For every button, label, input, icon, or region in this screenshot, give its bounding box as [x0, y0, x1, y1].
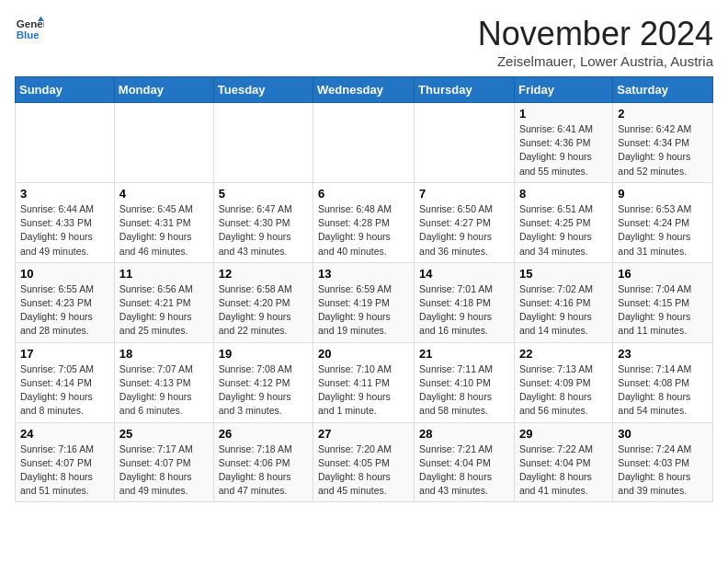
day-number: 4: [119, 187, 209, 201]
title-section: November 2024 Zeiselmauer, Lower Austria…: [478, 15, 713, 69]
calendar-cell: 20Sunrise: 7:10 AM Sunset: 4:11 PM Dayli…: [313, 342, 415, 422]
column-header-tuesday: Tuesday: [213, 77, 313, 103]
day-info: Sunrise: 7:17 AM Sunset: 4:07 PM Dayligh…: [119, 442, 209, 499]
day-number: 22: [519, 347, 608, 361]
day-info: Sunrise: 6:58 AM Sunset: 4:20 PM Dayligh…: [219, 282, 308, 339]
day-number: 25: [119, 427, 209, 441]
calendar-cell: 3Sunrise: 6:44 AM Sunset: 4:33 PM Daylig…: [16, 182, 115, 262]
day-info: Sunrise: 7:24 AM Sunset: 4:03 PM Dayligh…: [618, 442, 708, 499]
logo: General Blue: [15, 15, 44, 44]
calendar-cell: 21Sunrise: 7:11 AM Sunset: 4:10 PM Dayli…: [415, 342, 515, 422]
calendar-cell: [313, 103, 415, 183]
day-number: 17: [20, 347, 109, 361]
calendar-cell: 14Sunrise: 7:01 AM Sunset: 4:18 PM Dayli…: [415, 262, 515, 342]
day-info: Sunrise: 7:01 AM Sunset: 4:18 PM Dayligh…: [419, 282, 509, 339]
day-number: 10: [20, 267, 109, 281]
day-info: Sunrise: 7:08 AM Sunset: 4:12 PM Dayligh…: [219, 362, 308, 419]
calendar-cell: 25Sunrise: 7:17 AM Sunset: 4:07 PM Dayli…: [114, 422, 213, 502]
calendar-cell: [213, 103, 313, 183]
day-info: Sunrise: 6:55 AM Sunset: 4:23 PM Dayligh…: [20, 282, 109, 339]
calendar-cell: 8Sunrise: 6:51 AM Sunset: 4:25 PM Daylig…: [514, 182, 612, 262]
day-number: 13: [318, 267, 409, 281]
day-info: Sunrise: 6:50 AM Sunset: 4:27 PM Dayligh…: [419, 202, 509, 259]
calendar-cell: 12Sunrise: 6:58 AM Sunset: 4:20 PM Dayli…: [213, 262, 313, 342]
calendar-cell: 26Sunrise: 7:18 AM Sunset: 4:06 PM Dayli…: [213, 422, 313, 502]
calendar-cell: 10Sunrise: 6:55 AM Sunset: 4:23 PM Dayli…: [16, 262, 115, 342]
day-number: 23: [618, 347, 708, 361]
svg-text:Blue: Blue: [17, 29, 40, 40]
day-number: 24: [20, 427, 109, 441]
calendar-cell: 22Sunrise: 7:13 AM Sunset: 4:09 PM Dayli…: [514, 342, 612, 422]
day-info: Sunrise: 6:45 AM Sunset: 4:31 PM Dayligh…: [119, 202, 209, 259]
day-number: 8: [519, 187, 608, 201]
day-info: Sunrise: 7:16 AM Sunset: 4:07 PM Dayligh…: [20, 442, 109, 499]
month-title: November 2024: [478, 15, 713, 53]
day-info: Sunrise: 6:42 AM Sunset: 4:34 PM Dayligh…: [618, 122, 708, 178]
calendar-week-4: 17Sunrise: 7:05 AM Sunset: 4:14 PM Dayli…: [16, 342, 713, 422]
day-number: 26: [219, 427, 308, 441]
day-info: Sunrise: 6:53 AM Sunset: 4:24 PM Dayligh…: [618, 202, 708, 259]
day-number: 5: [219, 187, 308, 201]
day-info: Sunrise: 6:41 AM Sunset: 4:36 PM Dayligh…: [519, 122, 608, 178]
column-header-wednesday: Wednesday: [313, 77, 415, 103]
day-info: Sunrise: 7:07 AM Sunset: 4:13 PM Dayligh…: [119, 362, 209, 419]
column-header-saturday: Saturday: [613, 77, 713, 103]
day-info: Sunrise: 7:18 AM Sunset: 4:06 PM Dayligh…: [219, 442, 308, 499]
calendar-cell: 15Sunrise: 7:02 AM Sunset: 4:16 PM Dayli…: [514, 262, 612, 342]
calendar-cell: [114, 103, 213, 183]
calendar-cell: [415, 103, 515, 183]
day-info: Sunrise: 7:22 AM Sunset: 4:04 PM Dayligh…: [519, 442, 608, 499]
day-number: 6: [318, 187, 409, 201]
calendar-cell: [16, 103, 115, 183]
day-number: 2: [618, 107, 708, 121]
day-info: Sunrise: 7:20 AM Sunset: 4:05 PM Dayligh…: [318, 442, 409, 499]
day-number: 30: [618, 427, 708, 441]
day-info: Sunrise: 7:14 AM Sunset: 4:08 PM Dayligh…: [618, 362, 708, 419]
calendar-week-5: 24Sunrise: 7:16 AM Sunset: 4:07 PM Dayli…: [16, 422, 713, 502]
day-info: Sunrise: 6:48 AM Sunset: 4:28 PM Dayligh…: [318, 202, 409, 259]
calendar-cell: 4Sunrise: 6:45 AM Sunset: 4:31 PM Daylig…: [114, 182, 213, 262]
day-info: Sunrise: 6:51 AM Sunset: 4:25 PM Dayligh…: [519, 202, 608, 259]
day-info: Sunrise: 7:13 AM Sunset: 4:09 PM Dayligh…: [519, 362, 608, 419]
day-info: Sunrise: 6:47 AM Sunset: 4:30 PM Dayligh…: [219, 202, 308, 259]
calendar-cell: 24Sunrise: 7:16 AM Sunset: 4:07 PM Dayli…: [16, 422, 115, 502]
calendar-week-2: 3Sunrise: 6:44 AM Sunset: 4:33 PM Daylig…: [16, 182, 713, 262]
calendar-cell: 23Sunrise: 7:14 AM Sunset: 4:08 PM Dayli…: [613, 342, 713, 422]
day-number: 15: [519, 267, 608, 281]
day-info: Sunrise: 7:10 AM Sunset: 4:11 PM Dayligh…: [318, 362, 409, 419]
column-header-monday: Monday: [114, 77, 213, 103]
calendar-cell: 9Sunrise: 6:53 AM Sunset: 4:24 PM Daylig…: [613, 182, 713, 262]
calendar-cell: 30Sunrise: 7:24 AM Sunset: 4:03 PM Dayli…: [613, 422, 713, 502]
calendar-cell: 1Sunrise: 6:41 AM Sunset: 4:36 PM Daylig…: [514, 103, 612, 183]
day-number: 16: [618, 267, 708, 281]
calendar-cell: 11Sunrise: 6:56 AM Sunset: 4:21 PM Dayli…: [114, 262, 213, 342]
day-info: Sunrise: 7:11 AM Sunset: 4:10 PM Dayligh…: [419, 362, 509, 419]
calendar-cell: 19Sunrise: 7:08 AM Sunset: 4:12 PM Dayli…: [213, 342, 313, 422]
calendar-cell: 6Sunrise: 6:48 AM Sunset: 4:28 PM Daylig…: [313, 182, 415, 262]
location-subtitle: Zeiselmauer, Lower Austria, Austria: [478, 53, 713, 69]
day-info: Sunrise: 6:59 AM Sunset: 4:19 PM Dayligh…: [318, 282, 409, 339]
column-header-thursday: Thursday: [415, 77, 515, 103]
day-info: Sunrise: 7:02 AM Sunset: 4:16 PM Dayligh…: [519, 282, 608, 339]
day-info: Sunrise: 6:44 AM Sunset: 4:33 PM Dayligh…: [20, 202, 109, 259]
day-number: 3: [20, 187, 109, 201]
day-number: 18: [119, 347, 209, 361]
day-number: 20: [318, 347, 409, 361]
day-number: 28: [419, 427, 509, 441]
calendar-cell: 17Sunrise: 7:05 AM Sunset: 4:14 PM Dayli…: [16, 342, 115, 422]
column-header-friday: Friday: [514, 77, 612, 103]
day-number: 19: [219, 347, 308, 361]
calendar-cell: 5Sunrise: 6:47 AM Sunset: 4:30 PM Daylig…: [213, 182, 313, 262]
column-header-sunday: Sunday: [16, 77, 115, 103]
day-number: 14: [419, 267, 509, 281]
calendar-cell: 18Sunrise: 7:07 AM Sunset: 4:13 PM Dayli…: [114, 342, 213, 422]
calendar-cell: 28Sunrise: 7:21 AM Sunset: 4:04 PM Dayli…: [415, 422, 515, 502]
day-info: Sunrise: 7:21 AM Sunset: 4:04 PM Dayligh…: [419, 442, 509, 499]
calendar-cell: 13Sunrise: 6:59 AM Sunset: 4:19 PM Dayli…: [313, 262, 415, 342]
page-header: General Blue November 2024 Zeiselmauer, …: [15, 15, 713, 69]
day-number: 11: [119, 267, 209, 281]
calendar-table: SundayMondayTuesdayWednesdayThursdayFrid…: [15, 76, 713, 502]
day-info: Sunrise: 7:05 AM Sunset: 4:14 PM Dayligh…: [20, 362, 109, 419]
calendar-cell: 29Sunrise: 7:22 AM Sunset: 4:04 PM Dayli…: [514, 422, 612, 502]
day-number: 12: [219, 267, 308, 281]
